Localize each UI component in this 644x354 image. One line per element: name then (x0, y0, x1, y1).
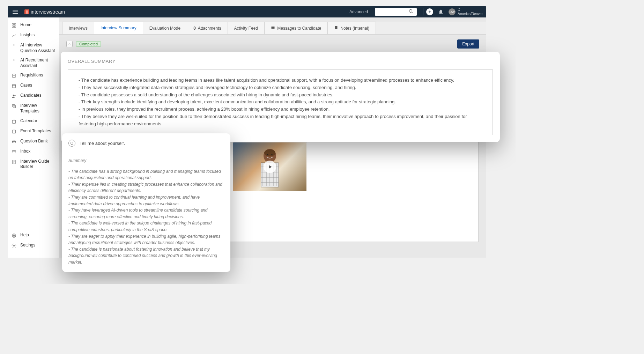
svg-marker-49 (269, 165, 272, 168)
brand-icon: || (24, 9, 29, 14)
document-icon (11, 159, 17, 165)
question-point: - The candidate has a strong background … (68, 168, 224, 181)
bank-icon (11, 139, 17, 145)
tab-activity-feed[interactable]: Activity Feed (228, 22, 265, 34)
user-info: D America/Denver (458, 8, 483, 16)
tab-attachments[interactable]: 0Attachments (187, 22, 228, 34)
collapse-toggle[interactable] (66, 41, 73, 47)
sidebar-item-label: Inbox (20, 149, 30, 154)
sidebar-item-ai-recruitment[interactable]: AI Recruitment Assistant (8, 56, 59, 71)
svg-rect-32 (272, 27, 275, 29)
sparkle-icon (11, 43, 17, 49)
svg-rect-15 (12, 120, 15, 123)
globe-icon (11, 233, 17, 238)
question-point: - They have leveraged AI-driven tools to… (68, 207, 224, 220)
svg-point-31 (13, 245, 15, 246)
sidebar-item-label: Home (20, 22, 31, 28)
svg-point-48 (272, 154, 273, 155)
add-button[interactable]: + (426, 8, 433, 15)
svg-rect-21 (13, 141, 13, 143)
sidebar-item-calendar[interactable]: Calendar (8, 116, 59, 126)
sidebar-item-cases[interactable]: Cases (8, 81, 59, 91)
tab-count: 0 (193, 26, 196, 31)
tab-interviews[interactable]: Interviews (62, 22, 94, 34)
question-point: - The candidate is well-versed in the un… (68, 220, 224, 233)
svg-rect-5 (12, 26, 14, 27)
svg-rect-4 (14, 26, 16, 27)
question-point: - They are committed to continual learni… (68, 194, 224, 207)
sidebar-item-guide-builder[interactable]: Interview Guide Builder (8, 157, 59, 172)
template-icon (11, 129, 17, 134)
svg-rect-3 (14, 24, 16, 25)
sidebar-item-help[interactable]: Help (8, 230, 59, 241)
topbar: || interviewstream Advanced + DW D Ameri… (8, 6, 486, 17)
sidebar-item-label: Interview Guide Builder (20, 159, 55, 170)
svg-rect-23 (15, 141, 15, 143)
export-button[interactable]: Export (457, 39, 479, 49)
tab-label: Activity Feed (234, 26, 258, 31)
sidebar-item-event-templates[interactable]: Event Templates (8, 126, 59, 137)
video-thumbnail[interactable] (233, 142, 306, 191)
brand-logo[interactable]: || interviewstream (24, 9, 65, 15)
user-letter: D (458, 8, 483, 12)
sidebar-item-label: Cases (20, 83, 32, 88)
inbox-icon (11, 149, 17, 155)
overall-summary-body: - The candidate has experience building … (68, 69, 493, 135)
svg-rect-24 (12, 150, 16, 153)
sidebar-item-interview-templates[interactable]: Interview Templates (8, 101, 59, 116)
svg-rect-22 (14, 141, 14, 143)
note-icon (334, 25, 338, 31)
brand-prefix: interview (31, 9, 50, 15)
svg-point-0 (409, 9, 412, 12)
user-avatar[interactable]: DW (449, 8, 456, 15)
svg-rect-14 (12, 105, 15, 107)
search-box[interactable] (375, 8, 417, 16)
question-title: Tell me about yourself. (80, 141, 125, 146)
people-icon (11, 93, 17, 99)
menu-icon[interactable] (11, 10, 20, 14)
sidebar-item-label: Requisitions (20, 73, 43, 78)
tab-label: Evaluation Mode (149, 26, 180, 31)
overall-summary-title: OVERALL SUMMARY (68, 59, 493, 64)
sidebar-item-settings[interactable]: Settings (8, 241, 59, 251)
question-header: Q Tell me about yourself. (68, 140, 224, 151)
notifications-icon[interactable] (438, 9, 444, 15)
sidebar-item-ai-question[interactable]: AI Interview Question Assistant (8, 40, 59, 56)
svg-point-12 (14, 95, 15, 96)
play-button[interactable] (264, 161, 276, 173)
chart-icon (11, 33, 17, 38)
summary-point: - The candidate has experience building … (79, 77, 482, 84)
advanced-link[interactable]: Advanced (349, 9, 368, 14)
brand-suffix: stream (50, 9, 65, 15)
svg-point-35 (264, 149, 275, 156)
svg-point-47 (267, 154, 268, 155)
tab-interview-summary[interactable]: Interview Summary (94, 22, 143, 34)
summary-point: - They believe they are well-suited for … (79, 113, 482, 128)
search-input[interactable] (377, 9, 408, 14)
sidebar-item-candidates[interactable]: Candidates (8, 91, 59, 101)
question-point: - Their expertise lies in creating strat… (68, 181, 224, 194)
sidebar-item-label: Calendar (20, 118, 37, 124)
status-badge: Completed (76, 41, 101, 47)
sidebar-item-label: Settings (20, 243, 35, 248)
sidebar-item-inbox[interactable]: Inbox (8, 147, 59, 157)
sidebar-item-label: Insights (20, 32, 35, 38)
tab-evaluation-mode[interactable]: Evaluation Mode (143, 22, 187, 34)
tab-label: Messages to Candidate (277, 26, 321, 31)
calendar-icon (11, 83, 17, 89)
sidebar: Home Insights AI Interview Question Assi… (8, 17, 59, 258)
search-icon[interactable] (408, 9, 413, 15)
gear-icon (11, 243, 17, 249)
sidebar-item-home[interactable]: Home (8, 20, 59, 30)
sparkle-icon (11, 58, 17, 64)
tab-messages[interactable]: Messages to Candidate (264, 22, 328, 34)
sidebar-item-insights[interactable]: Insights (8, 30, 59, 40)
dashboard-icon (11, 23, 17, 28)
sidebar-item-requisitions[interactable]: Requisitions (8, 71, 59, 81)
sidebar-item-label: Event Templates (20, 128, 51, 134)
tab-notes[interactable]: Notes (Internal) (327, 22, 376, 34)
question-summary-body: Summary - The candidate has a strong bac… (68, 151, 224, 266)
sidebar-item-label: Question Bank (20, 139, 48, 144)
sidebar-item-question-bank[interactable]: Question Bank (8, 137, 59, 147)
svg-rect-13 (13, 105, 16, 108)
